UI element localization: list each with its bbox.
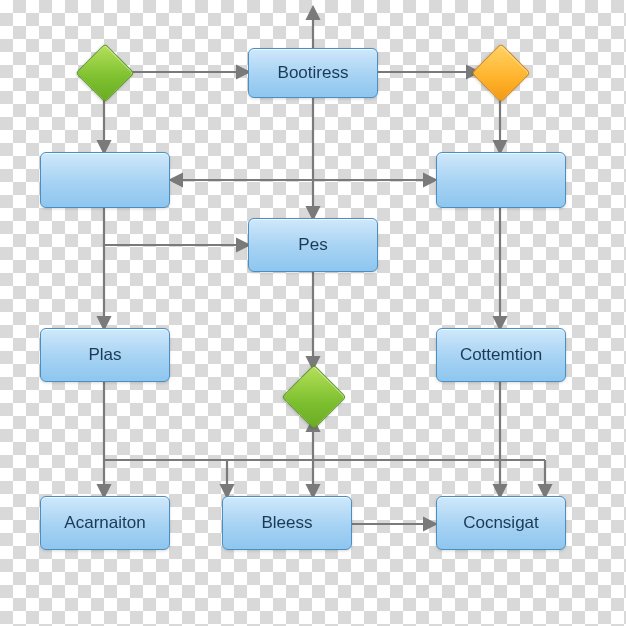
box-cocnsigat: Cocnsigat	[436, 496, 566, 550]
box-bleess: Bleess	[222, 496, 352, 550]
label: Acarnaiton	[64, 513, 145, 533]
box-row2-right	[436, 152, 566, 208]
label: Pes	[298, 235, 327, 255]
label: Bootiress	[278, 63, 349, 83]
box-row2-left	[40, 152, 170, 208]
box-plas: Plas	[40, 328, 170, 382]
label: Cocnsigat	[463, 513, 539, 533]
box-bootiress: Bootiress	[248, 48, 378, 98]
label: Cottemtion	[460, 345, 542, 365]
box-cottemtion: Cottemtion	[436, 328, 566, 382]
label: Plas	[88, 345, 121, 365]
box-acarnaiton: Acarnaiton	[40, 496, 170, 550]
label: Bleess	[261, 513, 312, 533]
flowchart-canvas: Bootiress Pes Plas Cottemtion Acarnaiton…	[0, 0, 626, 626]
box-pes: Pes	[248, 218, 378, 272]
